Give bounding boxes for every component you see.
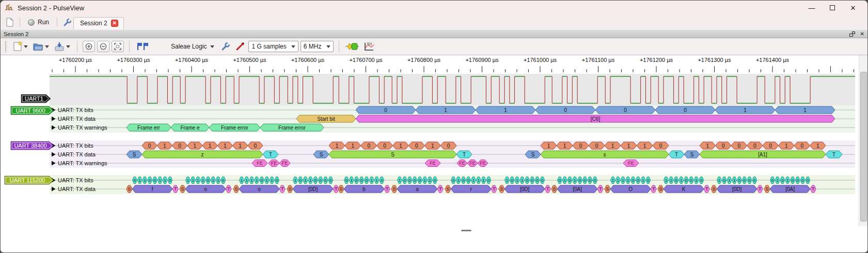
minimize-button[interactable]: — [801, 1, 822, 14]
annotation-label: 1 [563, 178, 566, 183]
annotation-label: Frame error [221, 125, 248, 131]
annotation-label: 0 [659, 143, 662, 149]
annotation-label: S [339, 186, 342, 192]
dock-close-button[interactable]: ✕ [860, 31, 864, 37]
annotation-label: 1 [728, 178, 731, 183]
open-button[interactable] [31, 40, 51, 53]
annotation-label: 1 [472, 178, 475, 183]
annotation-label: 1 [431, 143, 434, 149]
annotation-label: 1 [803, 107, 807, 113]
annotation-label: 0 [647, 178, 650, 183]
tab-close-icon[interactable]: ✕ [111, 20, 118, 27]
annotation-label: [0D] [732, 186, 742, 192]
annotation-label: 0 [685, 178, 688, 183]
annotation-label: +1760200 µs [59, 57, 92, 63]
new-view-button[interactable] [11, 40, 29, 53]
zoom-fit-button[interactable] [112, 41, 124, 52]
decoder-row-label[interactable]: UART: TX warnings [52, 124, 107, 131]
annotation-label: 0 [595, 143, 598, 149]
decoder-row-label[interactable]: UART: TX bits [52, 143, 93, 149]
annotation-label: FE [271, 161, 277, 166]
open-folder-icon [33, 42, 43, 51]
decoder-row-label[interactable]: UART: TX bits [52, 107, 93, 113]
zoom-out-button[interactable] [97, 41, 109, 52]
annotation-label: T [599, 186, 602, 192]
run-button[interactable]: Run [24, 18, 53, 27]
horizontal-scrollbar-handle[interactable] [461, 230, 471, 231]
toolbar-handle[interactable] [5, 41, 7, 52]
annotation-label: 1 [482, 178, 485, 183]
tab-session-2[interactable]: Session 2 ✕ [73, 17, 124, 29]
signal-tag-uart1[interactable]: UART1 [21, 94, 51, 103]
tag-label: UART 115200 [10, 177, 45, 183]
save-button[interactable] [53, 40, 72, 53]
vertical-scrollbar-handle[interactable] [860, 72, 867, 222]
new-session-button[interactable] [4, 17, 16, 28]
annotation-label: S [531, 152, 535, 157]
device-select[interactable]: Saleae Logic [168, 40, 217, 53]
annotation-label: 0 [320, 178, 322, 183]
annotation-label: 0 [748, 178, 751, 183]
annotation-label: T [652, 186, 655, 192]
annotation-label: 0 [434, 178, 436, 183]
add-math-signal-button[interactable]: f(x) [362, 41, 376, 52]
annotation-label: 0 [753, 178, 756, 183]
annotation-label: 0 [769, 143, 772, 149]
decoder-row-label[interactable]: UART: TX data [52, 116, 96, 122]
annotation-label: 0 [415, 143, 418, 149]
sample-count-select[interactable]: 1 G samples [248, 41, 298, 52]
probe-config-button[interactable] [234, 41, 246, 52]
annotation-label: 0 [355, 178, 358, 183]
annotation-label: 0 [419, 178, 421, 183]
annotation-label: 1 [563, 143, 566, 149]
signal-tag-uart-38400[interactable]: UART 38400 [11, 141, 54, 150]
annotation-label: 1 [192, 178, 194, 183]
add-decoder-button[interactable] [344, 41, 360, 52]
horizontal-scrollbar[interactable] [1, 226, 868, 234]
trace-canvas: +1760200 µs+1760300 µs+1760400 µs+176050… [1, 55, 858, 226]
decoder-row-label[interactable]: UART: TX data [52, 186, 96, 192]
annotation-label: 1 [187, 178, 190, 183]
signal-tag-uart-115200[interactable]: UART 115200 [5, 176, 54, 184]
device-config-button[interactable] [219, 41, 232, 52]
annotation-label: 0 [134, 178, 136, 183]
annotation-label: 0 [807, 178, 809, 183]
save-icon [54, 42, 65, 51]
annotation-label: 0 [690, 178, 693, 183]
decoder-row-label[interactable]: UART: TX data [52, 151, 96, 157]
tag-label: UART1 [25, 96, 43, 102]
maximize-button[interactable] [822, 1, 843, 14]
time-ruler[interactable]: +1760200 µs+1760300 µs+1760400 µs+176050… [52, 57, 854, 72]
annotation-label: S [320, 152, 323, 157]
annotation-label: o [204, 186, 207, 192]
zoom-in-button[interactable] [83, 41, 95, 52]
annotation-label: 0 [447, 143, 450, 149]
decoder-row-label[interactable]: UART: TX bits [52, 177, 93, 183]
sample-rate-select[interactable]: 6 MHz [301, 41, 334, 52]
annotation-label: 1 [612, 178, 614, 183]
annotation-label: 0 [684, 107, 687, 113]
annotation-label: T [386, 186, 389, 192]
close-button[interactable]: ✕ [843, 1, 863, 14]
annotation-label: 0 [261, 178, 263, 183]
annotation-label: UART: TX bits [58, 107, 93, 113]
dropdown-arrow-icon[interactable] [66, 45, 70, 48]
show-cursors-button[interactable] [135, 40, 151, 53]
dropdown-arrow-icon[interactable] [24, 45, 28, 48]
annotation-label: +1760700 µs [349, 57, 383, 63]
annotation-label: f [152, 186, 153, 192]
vertical-scrollbar[interactable] [859, 55, 868, 226]
annotation-label: 0 [299, 178, 302, 183]
dock-float-button[interactable] [849, 31, 855, 37]
trace-view[interactable]: +1760200 µs+1760300 µs+1760400 µs+176050… [1, 55, 868, 226]
signal-tag-uart-9600[interactable]: UART 9600 [11, 106, 54, 115]
decoder-row-label[interactable]: UART: TX warnings [52, 160, 107, 166]
dropdown-arrow-icon[interactable] [45, 45, 49, 48]
annotation-label: 0 [792, 178, 794, 183]
annotation-label: 0 [723, 178, 725, 183]
settings-button[interactable] [61, 17, 73, 28]
annotation-label: 0 [579, 143, 582, 149]
annotation-label: S [765, 186, 768, 192]
annotation-label: 1 [521, 178, 524, 183]
wrench-icon [221, 42, 230, 51]
